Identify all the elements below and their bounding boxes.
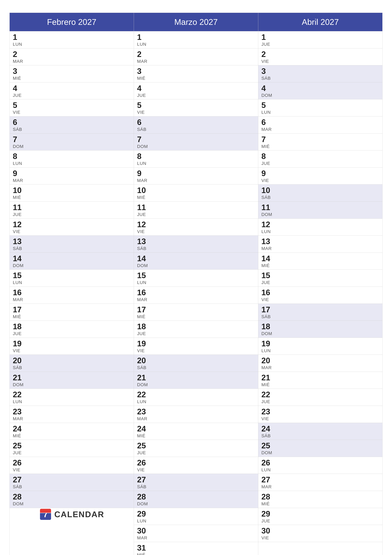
day-entry: 4JUE bbox=[134, 82, 258, 99]
day-cell-col2: 25DOM bbox=[258, 440, 382, 457]
day-entry: 12VIE bbox=[134, 219, 258, 236]
day-cell-col0: 26VIE bbox=[10, 457, 134, 474]
day-number: 24 bbox=[261, 424, 379, 433]
day-number: 11 bbox=[13, 203, 131, 212]
day-number: 23 bbox=[13, 407, 131, 416]
month-header-mar: Marzo 2027 bbox=[134, 13, 258, 31]
day-cell-col1: 23MAR bbox=[134, 406, 258, 423]
day-name: DOM bbox=[261, 93, 379, 98]
day-number: 15 bbox=[261, 271, 379, 280]
day-entry: 13MAR bbox=[258, 236, 382, 253]
calendar-row: 27SÁB27SÁB27MAR bbox=[10, 474, 383, 491]
calendar-row: 24MIÉ24MIÉ24SÁB bbox=[10, 423, 383, 440]
day-cell-col0: 12VIE bbox=[10, 219, 134, 236]
day-cell-col2: 6MAR bbox=[258, 116, 382, 133]
day-name: VIE bbox=[261, 416, 379, 422]
day-cell-col2: 5LUN bbox=[258, 99, 382, 117]
day-name: DOM bbox=[261, 212, 379, 217]
logo-text: CALENDAR bbox=[54, 510, 104, 519]
day-name: JUE bbox=[261, 42, 379, 47]
day-name: MAR bbox=[137, 297, 255, 302]
day-number: 17 bbox=[261, 305, 379, 314]
day-cell-col0: 18JUE bbox=[10, 321, 134, 338]
day-name: SÁB bbox=[13, 127, 131, 132]
day-name: LUN bbox=[13, 161, 131, 166]
day-number: 12 bbox=[13, 220, 131, 229]
day-name: LUN bbox=[261, 348, 379, 353]
day-cell-col1: 20SÁB bbox=[134, 355, 258, 372]
day-number: 2 bbox=[137, 50, 255, 59]
day-entry: 21DOM bbox=[10, 372, 134, 389]
calendar-row: 11JUE11JUE11DOM bbox=[10, 201, 383, 219]
day-entry: 25JUE bbox=[10, 440, 134, 457]
day-cell-col1: 13SÁB bbox=[134, 236, 258, 253]
day-number: 1 bbox=[137, 33, 255, 42]
day-name: MIÉ bbox=[261, 144, 379, 149]
day-entry: 7DOM bbox=[134, 133, 258, 150]
day-entry: 15LUN bbox=[10, 270, 134, 286]
calendar-row: 19VIE19VIE19LUN bbox=[10, 338, 383, 355]
day-entry: 18JUE bbox=[134, 321, 258, 338]
day-entry: 8LUN bbox=[134, 150, 258, 167]
day-number: 23 bbox=[261, 407, 379, 416]
day-name: DOM bbox=[13, 501, 131, 507]
day-number: 18 bbox=[137, 322, 255, 331]
day-entry: 26LUN bbox=[258, 457, 382, 474]
day-entry: 11JUE bbox=[134, 202, 258, 219]
calendar-row: 18JUE18JUE18DOM bbox=[10, 321, 383, 338]
day-name: JUE bbox=[13, 450, 131, 455]
day-name: SÁB bbox=[261, 433, 379, 438]
day-entry: 21DOM bbox=[134, 372, 258, 389]
day-cell-col0: 23MAR bbox=[10, 406, 134, 423]
day-name: SÁB bbox=[137, 246, 255, 251]
day-name: DOM bbox=[261, 331, 379, 336]
day-cell-col2: 21MIÉ bbox=[258, 372, 382, 389]
day-cell-col2: 2VIE bbox=[258, 48, 382, 65]
day-entry: 10MIÉ bbox=[134, 184, 258, 201]
day-entry: 31MIÉ bbox=[134, 542, 258, 555]
day-entry: 4JUE bbox=[10, 82, 134, 99]
day-entry: 18DOM bbox=[258, 321, 382, 338]
day-cell-col2: 11DOM bbox=[258, 201, 382, 219]
day-entry: 10MIÉ bbox=[10, 184, 134, 201]
day-entry: 27SÁB bbox=[10, 474, 134, 491]
day-entry: 17MIÉ bbox=[134, 304, 258, 321]
day-entry: 16MAR bbox=[10, 287, 134, 304]
day-cell-col0: 19VIE bbox=[10, 338, 134, 355]
calendar-row: 16MAR16MAR16VIE bbox=[10, 286, 383, 304]
day-cell-col1: 26VIE bbox=[134, 457, 258, 474]
day-cell-col1: 16MAR bbox=[134, 286, 258, 304]
day-number: 18 bbox=[13, 322, 131, 331]
day-number: 5 bbox=[13, 101, 131, 110]
day-name: MIÉ bbox=[137, 76, 255, 81]
day-entry: 22LUN bbox=[10, 389, 134, 406]
calendar-row: 26VIE26VIE26LUN bbox=[10, 457, 383, 474]
day-cell-col2: 28MIÉ bbox=[258, 491, 382, 508]
day-cell-col1: 24MIÉ bbox=[134, 423, 258, 440]
day-number: 27 bbox=[137, 475, 255, 484]
day-number: 19 bbox=[137, 339, 255, 348]
day-cell-col2: 3SÁB bbox=[258, 65, 382, 82]
day-number: 5 bbox=[137, 101, 255, 110]
day-number: 14 bbox=[261, 254, 379, 263]
day-number: 20 bbox=[13, 356, 131, 365]
day-name: MAR bbox=[261, 365, 379, 370]
day-number: 6 bbox=[261, 118, 379, 127]
day-number: 12 bbox=[137, 220, 255, 229]
day-entry: 28MIÉ bbox=[258, 491, 382, 508]
day-entry: 4DOM bbox=[258, 82, 382, 99]
day-name: VIE bbox=[137, 467, 255, 473]
day-cell-col2: 15JUE bbox=[258, 270, 382, 287]
day-entry: 3MIÉ bbox=[134, 65, 258, 82]
day-cell-col1: 25JUE bbox=[134, 440, 258, 457]
calendar-wrapper: Febrero 2027 Marzo 2027 Abril 2027 1LUN1… bbox=[9, 13, 383, 555]
day-name: VIE bbox=[13, 467, 131, 473]
day-entry: 6SÁB bbox=[134, 117, 258, 133]
day-number: 21 bbox=[137, 373, 255, 382]
day-name: VIE bbox=[137, 229, 255, 234]
day-number: 13 bbox=[13, 237, 131, 246]
day-number: 30 bbox=[261, 526, 379, 535]
day-cell-col1: 11JUE bbox=[134, 201, 258, 219]
day-name: JUE bbox=[13, 331, 131, 336]
day-cell-col1: 1LUN bbox=[134, 31, 258, 48]
